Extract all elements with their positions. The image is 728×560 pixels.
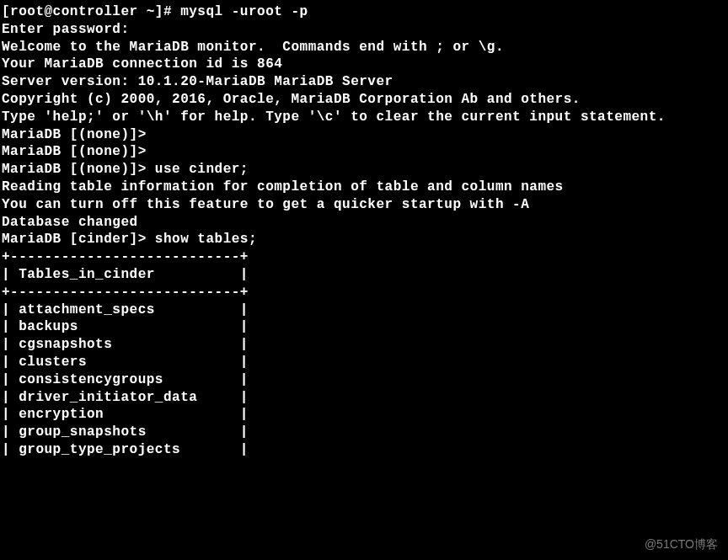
database-changed-line: Database changed xyxy=(2,214,728,232)
table-row: | cgsnapshots | xyxy=(2,336,728,354)
reading-info-line: Reading table information for completion… xyxy=(2,179,728,196)
terminal-output[interactable]: [root@controller ~]# mysql -uroot -p Ent… xyxy=(2,3,728,459)
table-row: | consistencygroups | xyxy=(2,371,728,389)
watermark-text: @51CTO博客 xyxy=(645,536,718,552)
help-line: Type 'help;' or '\h' for help. Type '\c'… xyxy=(2,109,728,126)
table-header: | Tables_in_cinder | xyxy=(2,266,728,284)
welcome-line: Welcome to the MariaDB monitor. Commands… xyxy=(2,39,728,56)
table-row: | driver_initiator_data | xyxy=(2,389,728,407)
copyright-line: Copyright (c) 2000, 2016, Oracle, MariaD… xyxy=(2,91,728,109)
use-cinder-command: MariaDB [(none)]> use cinder; xyxy=(2,161,728,179)
mariadb-none-prompt: MariaDB [(none)]> xyxy=(2,143,728,161)
table-row: | clusters | xyxy=(2,354,728,371)
table-row: | attachment_specs | xyxy=(2,301,728,319)
table-row: | encryption | xyxy=(2,406,728,424)
table-row: | group_snapshots | xyxy=(2,424,728,441)
server-version-line: Server version: 10.1.20-MariaDB MariaDB … xyxy=(2,73,728,91)
turn-off-line: You can turn off this feature to get a q… xyxy=(2,196,728,214)
shell-prompt-line: [root@controller ~]# mysql -uroot -p xyxy=(2,3,728,21)
table-separator: +---------------------------+ xyxy=(2,248,728,266)
show-tables-command: MariaDB [cinder]> show tables; xyxy=(2,231,728,248)
connection-id-line: Your MariaDB connection id is 864 xyxy=(2,56,728,73)
password-prompt: Enter password: xyxy=(2,21,728,39)
mariadb-none-prompt: MariaDB [(none)]> xyxy=(2,126,728,144)
table-row: | backups | xyxy=(2,318,728,336)
table-separator: +---------------------------+ xyxy=(2,284,728,301)
table-row: | group_type_projects | xyxy=(2,441,728,459)
